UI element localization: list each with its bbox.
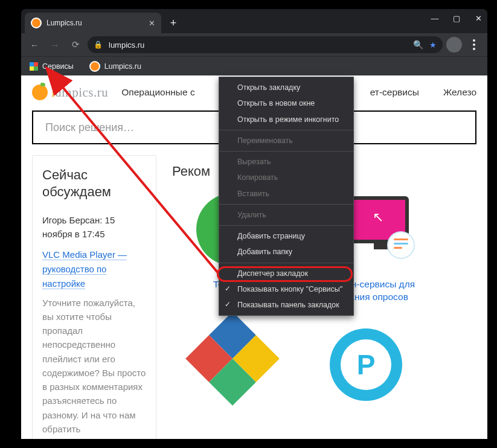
- lock-icon: 🔒: [94, 40, 103, 49]
- search-placeholder: Поиск решения…: [45, 121, 134, 134]
- check-icon: ✓: [225, 300, 231, 310]
- bookmarks-bar[interactable]: Сервисы Lumpics.ru: [21, 56, 487, 75]
- window-controls: — ▢ ✕: [431, 14, 483, 23]
- close-window-icon[interactable]: ✕: [474, 14, 483, 23]
- nav-internet-services[interactable]: ет-сервисы: [370, 87, 419, 98]
- favicon-icon: [89, 61, 100, 72]
- discuss-link[interactable]: VLC Media Player — руководство по настро…: [42, 249, 127, 289]
- bookmark-services[interactable]: Сервисы: [26, 60, 77, 73]
- reload-button[interactable]: ⟳: [67, 36, 84, 53]
- forward-button[interactable]: →: [46, 36, 63, 53]
- search-icon[interactable]: 🔍: [413, 40, 423, 50]
- orange-icon: [32, 85, 48, 100]
- bookmark-label: Lumpics.ru: [104, 62, 141, 71]
- nav-os[interactable]: Операционные с: [121, 87, 194, 98]
- apps-grid-icon: [30, 62, 38, 71]
- maximize-icon[interactable]: ▢: [452, 14, 461, 23]
- card-tile3[interactable]: [172, 319, 293, 398]
- ctx-separator: [219, 130, 353, 130]
- ctx-add-folder[interactable]: Добавить папку: [219, 244, 353, 260]
- card-tile4[interactable]: [309, 319, 429, 398]
- tab-title: Lumpics.ru: [46, 19, 82, 27]
- ctx-label: Показывать кнопку "Сервисы": [237, 285, 342, 293]
- ctx-add-page[interactable]: Добавить страницу: [219, 228, 353, 244]
- discuss-meta: Игорь Берсан: 15 ноября в 17:45: [42, 213, 146, 242]
- ctx-separator: [219, 151, 353, 152]
- nav-hardware[interactable]: Железо: [443, 87, 476, 98]
- url-text: lumpics.ru: [109, 40, 407, 50]
- p-circle-icon: [330, 328, 408, 389]
- ctx-open[interactable]: Открыть закладку: [219, 80, 353, 95]
- discuss-panel: Сейчас обсуждаем Игорь Берсан: 15 ноября…: [32, 155, 156, 439]
- ctx-open-new-window[interactable]: Открыть в новом окне: [219, 95, 353, 111]
- address-bar: ← → ⟳ 🔒 lumpics.ru 🔍 ★: [21, 33, 487, 56]
- check-icon: ✓: [225, 284, 231, 294]
- discuss-heading: Сейчас обсуждаем: [42, 167, 146, 200]
- ctx-separator: [219, 204, 353, 205]
- ctx-label: Показывать панель закладок: [237, 301, 339, 309]
- ctx-delete: Удалить: [219, 207, 353, 223]
- discuss-body: Уточните пожалуйста, вы хотите чтобы про…: [42, 296, 146, 437]
- minimize-icon[interactable]: —: [431, 14, 439, 23]
- back-button[interactable]: ←: [26, 36, 43, 53]
- ctx-open-incognito[interactable]: Открыть в режиме инкогнито: [219, 112, 353, 127]
- tab-bar: Lumpics.ru ✕ + — ▢ ✕: [21, 9, 487, 33]
- omnibox[interactable]: 🔒 lumpics.ru 🔍 ★: [88, 36, 443, 53]
- profile-icon[interactable]: [446, 37, 462, 53]
- browser-tab[interactable]: Lumpics.ru ✕: [25, 13, 161, 33]
- bookmark-label: Сервисы: [42, 62, 74, 71]
- favicon-icon: [31, 18, 42, 28]
- diamond-icon: [185, 312, 280, 406]
- bookmark-lumpics[interactable]: Lumpics.ru: [86, 59, 145, 74]
- menu-button[interactable]: [466, 36, 483, 53]
- ctx-separator: [219, 225, 353, 226]
- ctx-copy: Копировать: [219, 170, 353, 185]
- ctx-cut: Вырезать: [219, 154, 353, 170]
- ctx-rename: Переименовать: [219, 133, 353, 149]
- ctx-show-services-button[interactable]: ✓Показывать кнопку "Сервисы": [219, 281, 353, 297]
- ctx-separator: [219, 263, 353, 263]
- site-logo[interactable]: lumpics.ru: [32, 85, 108, 100]
- ctx-show-bookmarks-bar[interactable]: ✓Показывать панель закладок: [219, 297, 353, 313]
- new-tab-button[interactable]: +: [165, 14, 182, 31]
- ctx-paste: Вставить: [219, 186, 353, 202]
- highlight-annotation: [217, 266, 353, 282]
- bookmark-star-icon[interactable]: ★: [429, 40, 437, 50]
- logo-text: umpics.ru: [55, 85, 108, 100]
- close-tab-icon[interactable]: ✕: [149, 19, 155, 28]
